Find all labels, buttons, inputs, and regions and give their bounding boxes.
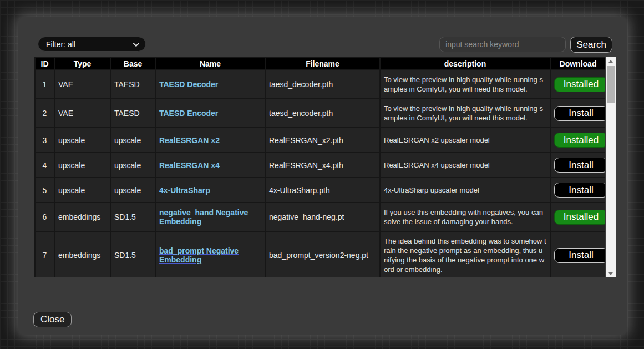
cell-filename: RealESRGAN_x2.pth bbox=[265, 128, 380, 153]
models-table-body: 1VAETAESDTAESD Decodertaesd_decoder.pthT… bbox=[35, 70, 605, 277]
search-group: Search bbox=[439, 37, 612, 53]
toolbar: Filter: all Search bbox=[34, 37, 612, 53]
cell-download: Installed bbox=[550, 128, 605, 153]
filter-dropdown[interactable]: Filter: all bbox=[38, 37, 146, 52]
cell-type: upscale bbox=[54, 153, 110, 178]
model-name-link[interactable]: 4x-UltraSharp bbox=[159, 186, 210, 195]
header-download: Download bbox=[550, 58, 605, 70]
cell-base: upscale bbox=[110, 128, 155, 153]
install-button[interactable]: Install bbox=[554, 158, 605, 173]
cell-type: VAE bbox=[54, 99, 110, 128]
cell-id: 1 bbox=[35, 70, 54, 99]
table-row: 4upscaleupscaleRealESRGAN x4RealESRGAN_x… bbox=[35, 153, 605, 178]
vertical-scrollbar[interactable] bbox=[606, 57, 616, 277]
table-row: 6embeddingsSD1.5negative_hand Negative E… bbox=[35, 203, 605, 231]
models-table: ID Type Base Name Filename description D… bbox=[34, 57, 605, 277]
cell-type: embeddings bbox=[54, 203, 110, 231]
cell-name: bad_prompt Negative Embedding bbox=[155, 231, 265, 277]
cell-name: 4x-UltraSharp bbox=[155, 178, 265, 203]
chevron-down-icon bbox=[133, 40, 139, 46]
model-name-link[interactable]: TAESD Encoder bbox=[159, 109, 218, 118]
scroll-down-arrow-icon[interactable] bbox=[606, 270, 616, 277]
cell-base: upscale bbox=[110, 178, 155, 203]
cell-description: The idea behind this embedding was to so… bbox=[380, 231, 550, 277]
cell-base: upscale bbox=[110, 153, 155, 178]
cell-base: SD1.5 bbox=[110, 203, 155, 231]
installed-button[interactable]: Installed bbox=[554, 210, 605, 225]
cell-name: TAESD Decoder bbox=[155, 70, 265, 99]
cell-filename: negative_hand-neg.pt bbox=[265, 203, 380, 231]
install-models-dialog: Filter: all Search ID Type Base Name Fil… bbox=[18, 17, 627, 335]
header-description: description bbox=[380, 58, 550, 70]
cell-download: Installed bbox=[550, 70, 605, 99]
search-button[interactable]: Search bbox=[570, 37, 612, 53]
header-type: Type bbox=[54, 58, 110, 70]
cell-download: Install bbox=[550, 99, 605, 128]
cell-id: 2 bbox=[35, 99, 54, 128]
cell-filename: RealESRGAN_x4.pth bbox=[265, 153, 380, 178]
cell-id: 6 bbox=[35, 203, 54, 231]
cell-filename: taesd_encoder.pth bbox=[265, 99, 380, 128]
model-name-link[interactable]: RealESRGAN x2 bbox=[159, 136, 220, 145]
table-row: 7embeddingsSD1.5bad_prompt Negative Embe… bbox=[35, 231, 605, 277]
installed-button[interactable]: Installed bbox=[554, 77, 605, 92]
cell-name: negative_hand Negative Embedding bbox=[155, 203, 265, 231]
table-row: 3upscaleupscaleRealESRGAN x2RealESRGAN_x… bbox=[35, 128, 605, 153]
scroll-up-arrow-icon[interactable] bbox=[606, 57, 616, 65]
cell-description: 4x-UltraSharp upscaler model bbox=[380, 178, 550, 203]
model-name-link[interactable]: negative_hand Negative Embedding bbox=[159, 208, 248, 226]
cell-name: RealESRGAN x2 bbox=[155, 128, 265, 153]
cell-download: Install bbox=[550, 231, 605, 277]
models-table-container: ID Type Base Name Filename description D… bbox=[34, 57, 605, 277]
installed-button[interactable]: Installed bbox=[554, 133, 605, 148]
cell-download: Installed bbox=[550, 203, 605, 231]
cell-id: 4 bbox=[35, 153, 54, 178]
header-filename: Filename bbox=[265, 58, 380, 70]
cell-name: TAESD Encoder bbox=[155, 99, 265, 128]
install-button[interactable]: Install bbox=[554, 183, 605, 198]
cell-filename: bad_prompt_version2-neg.pt bbox=[265, 231, 380, 277]
cell-filename: 4x-UltraSharp.pth bbox=[265, 178, 380, 203]
cell-id: 5 bbox=[35, 178, 54, 203]
cell-filename: taesd_decoder.pth bbox=[265, 70, 380, 99]
install-button[interactable]: Install bbox=[554, 106, 605, 121]
install-button[interactable]: Install bbox=[554, 248, 605, 263]
cell-download: Install bbox=[550, 178, 605, 203]
model-name-link[interactable]: RealESRGAN x4 bbox=[159, 161, 220, 170]
search-input[interactable] bbox=[439, 37, 566, 52]
header-name: Name bbox=[155, 58, 265, 70]
close-button[interactable]: Close bbox=[33, 312, 72, 327]
cell-id: 3 bbox=[35, 128, 54, 153]
header-base: Base bbox=[110, 58, 155, 70]
cell-description: To view the preview in high quality whil… bbox=[380, 99, 550, 128]
table-row: 1VAETAESDTAESD Decodertaesd_decoder.pthT… bbox=[35, 70, 605, 99]
cell-type: VAE bbox=[54, 70, 110, 99]
cell-type: embeddings bbox=[54, 231, 110, 277]
cell-base: TAESD bbox=[110, 70, 155, 99]
cell-description: If you use this embedding with negatives… bbox=[380, 203, 550, 231]
cell-description: To view the preview in high quality whil… bbox=[380, 70, 550, 99]
cell-base: SD1.5 bbox=[110, 231, 155, 277]
cell-download: Install bbox=[550, 153, 605, 178]
model-name-link[interactable]: bad_prompt Negative Embedding bbox=[159, 246, 239, 264]
cell-description: RealESRGAN x2 upscaler model bbox=[380, 128, 550, 153]
model-name-link[interactable]: TAESD Decoder bbox=[159, 80, 218, 89]
table-header-row: ID Type Base Name Filename description D… bbox=[35, 58, 605, 70]
table-row: 5upscaleupscale4x-UltraSharp4x-UltraShar… bbox=[35, 178, 605, 203]
cell-name: RealESRGAN x4 bbox=[155, 153, 265, 178]
filter-dropdown-label: Filter: all bbox=[46, 40, 75, 49]
table-row: 2VAETAESDTAESD Encodertaesd_encoder.pthT… bbox=[35, 99, 605, 128]
cell-type: upscale bbox=[54, 178, 110, 203]
cell-type: upscale bbox=[54, 128, 110, 153]
cell-description: RealESRGAN x4 upscaler model bbox=[380, 153, 550, 178]
header-id: ID bbox=[35, 58, 54, 70]
cell-id: 7 bbox=[35, 231, 54, 277]
cell-base: TAESD bbox=[110, 99, 155, 128]
scrollbar-thumb[interactable] bbox=[607, 66, 615, 103]
